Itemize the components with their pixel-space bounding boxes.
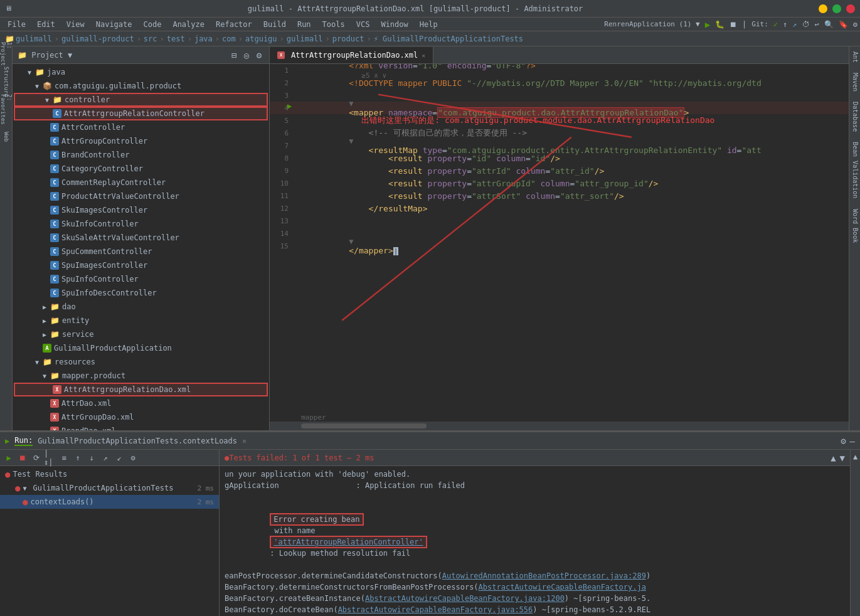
- tree-dao-folder[interactable]: ▶ 📁 dao: [13, 300, 269, 314]
- breadcrumb-com[interactable]: com: [222, 35, 236, 43]
- tree-controller-folder[interactable]: ▼ 📁 controller: [14, 93, 268, 107]
- menu-build[interactable]: Build: [258, 19, 291, 30]
- ant-label[interactable]: Ant: [849, 46, 860, 68]
- tree-item-spu-info-desc-ctrl[interactable]: C SpuInfoDescController: [13, 286, 269, 300]
- menu-vcs[interactable]: VCS: [351, 19, 375, 30]
- menu-code[interactable]: Code: [139, 19, 167, 30]
- tree-xml-attrgroup[interactable]: X AttrGroupDao.xml: [13, 410, 269, 424]
- expand-arrow-service[interactable]: ▶: [43, 331, 50, 338]
- rerun-btn[interactable]: ▶: [3, 452, 15, 464]
- breadcrumb-product2[interactable]: product: [332, 35, 364, 43]
- horizontal-scrollbar[interactable]: [270, 422, 849, 430]
- menu-navigate[interactable]: Navigate: [91, 19, 137, 30]
- tree-item-spu-info-ctrl[interactable]: C SpuInfoController: [13, 272, 269, 286]
- menu-edit[interactable]: Edit: [32, 19, 60, 30]
- menu-analyze[interactable]: Analyze: [167, 19, 210, 30]
- tree-item-attr-ctrl[interactable]: C AttrController: [13, 120, 269, 134]
- panel-minimize-icon[interactable]: —: [850, 436, 855, 446]
- tree-java-folder[interactable]: ▼ 📁 java: [13, 65, 269, 79]
- structure-icon[interactable]: Structure: [0, 74, 13, 89]
- menu-refactor[interactable]: Refactor: [211, 19, 257, 30]
- scrollbar-down-arrow[interactable]: ▼: [853, 613, 857, 616]
- bean-validation-label[interactable]: Bean Validation: [849, 137, 860, 203]
- breadcrumb-product[interactable]: gulimall-product: [61, 35, 134, 43]
- run-tab[interactable]: Run:: [14, 436, 33, 446]
- tree-service-folder[interactable]: ▶ 📁 service: [13, 327, 269, 341]
- run-btn[interactable]: ▶: [705, 19, 710, 29]
- scrollbar-thumb[interactable]: [301, 423, 427, 428]
- scroll-down-btn[interactable]: ▼: [840, 453, 845, 463]
- menu-view[interactable]: View: [61, 19, 90, 30]
- export-btn[interactable]: ↗: [99, 452, 112, 464]
- sort-desc-btn[interactable]: ↓: [85, 452, 98, 464]
- controller-link[interactable]: 'attrAttrgroupRelationController': [273, 538, 423, 546]
- tree-xml-brand[interactable]: X BrandDao.xml: [13, 424, 269, 430]
- tab-xml[interactable]: X AttrAttrgroupRelationDao.xml ✕: [270, 47, 433, 63]
- menu-file[interactable]: File: [3, 19, 31, 30]
- database-label[interactable]: Database: [849, 97, 860, 137]
- tree-item-attr-group-ctrl[interactable]: C AttrGroupController: [13, 134, 269, 148]
- toggle-btn2[interactable]: ≡: [58, 452, 70, 464]
- tree-item-brand-ctrl[interactable]: C BrandController: [13, 148, 269, 162]
- right-scrollbar[interactable]: ▲ ▼: [850, 450, 860, 616]
- import-btn[interactable]: ↙: [113, 452, 125, 464]
- tree-main-class[interactable]: A GulimallProductApplication: [13, 341, 269, 355]
- settings2-btn[interactable]: ⚙: [127, 452, 139, 464]
- test-method-item[interactable]: ● contextLoads() 2 ms: [0, 495, 219, 509]
- breadcrumb-src[interactable]: src: [144, 35, 157, 43]
- stop-btn[interactable]: ⏹: [730, 20, 737, 29]
- rerun-failed-btn[interactable]: ⟳: [30, 452, 43, 464]
- tree-item-spu-images-ctrl[interactable]: C SpuImagesController: [13, 258, 269, 272]
- log-link-1[interactable]: AutowiredAnnotationBeanPostProcessor.jav…: [442, 571, 646, 580]
- breadcrumb-gulimall2[interactable]: gulimall: [287, 35, 323, 43]
- test-suite-item[interactable]: ● ▼ GulimallProductApplicationTests 2 ms: [0, 481, 219, 495]
- gear-icon[interactable]: ⚙: [254, 50, 264, 60]
- breadcrumb-atguigu[interactable]: atguigu: [245, 35, 277, 43]
- expand-arrow-java[interactable]: ▼: [28, 69, 35, 76]
- collapse-all-btn[interactable]: ⊟: [229, 50, 239, 60]
- tree-item-product-attr-ctrl[interactable]: C ProductAttrValueController: [13, 189, 269, 203]
- tree-xml-attr[interactable]: X AttrDao.xml: [13, 396, 269, 410]
- debug-btn[interactable]: 🐛: [715, 20, 725, 29]
- expand-arrow-controller[interactable]: ▼: [45, 97, 53, 104]
- window-controls[interactable]: [819, 4, 855, 13]
- menu-window[interactable]: Window: [376, 19, 413, 30]
- maximize-btn[interactable]: [832, 4, 841, 13]
- word-book-label[interactable]: Word Book: [849, 204, 860, 248]
- locate-file-btn[interactable]: ◎: [242, 50, 252, 60]
- stop-test-btn[interactable]: ⏹: [16, 452, 29, 464]
- minimize-btn[interactable]: [819, 4, 827, 13]
- tree-item-comment-ctrl[interactable]: C CommentReplayController: [13, 176, 269, 189]
- tree-item-sku-images-ctrl[interactable]: C SkuImagesController: [13, 203, 269, 217]
- sort-btn[interactable]: ↑: [72, 452, 84, 464]
- panel-settings-icon[interactable]: ⚙: [841, 436, 846, 446]
- expand-arrow-resources[interactable]: ▼: [35, 359, 43, 366]
- sidebar-actions[interactable]: ⊟ ◎ ⚙: [229, 50, 264, 60]
- scrollbar-up-arrow[interactable]: ▲: [853, 452, 857, 461]
- test-results-header[interactable]: ● Test Results: [0, 467, 219, 481]
- expand-suite-arrow[interactable]: ▼: [23, 485, 30, 492]
- editor-content[interactable]: ▶ 1 <?xml version="1.0" encoding="UTF-8"…: [270, 64, 849, 430]
- tree-item-spu-comment-ctrl[interactable]: C SpuCommentController: [13, 245, 269, 258]
- breadcrumb-test[interactable]: test: [167, 35, 185, 43]
- log-link-3[interactable]: AbstractAutowireCapableBeanFactory.java:…: [365, 594, 565, 603]
- tree-item-sku-info-ctrl[interactable]: C SkuInfoController: [13, 217, 269, 231]
- expand-arrow-dao[interactable]: ▶: [43, 304, 50, 311]
- project-icon[interactable]: 1: Project: [0, 46, 13, 61]
- expand-arrow-package[interactable]: ▼: [35, 83, 43, 90]
- breadcrumb-java[interactable]: java: [194, 35, 213, 43]
- log-content[interactable]: un your application with 'debug' enabled…: [220, 466, 850, 616]
- log-link-2[interactable]: AbstractAutowireCapableBeanFactory.ja: [479, 583, 646, 592]
- tree-item-attr-attrgroup-ctrl[interactable]: C AttrAttrgroupRelationController: [14, 107, 268, 120]
- tree-entity-folder[interactable]: ▶ 📁 entity: [13, 314, 269, 327]
- tree-item-category-ctrl[interactable]: C CategoryController: [13, 162, 269, 176]
- maven-label[interactable]: Maven: [849, 68, 860, 97]
- close-run-tab-btn[interactable]: ✕: [242, 437, 247, 445]
- tree-package[interactable]: ▼ 📦 com.atguigu.gulimall.product: [13, 79, 269, 93]
- breadcrumb-gulimall[interactable]: gulimall: [16, 35, 52, 43]
- breadcrumb-tests[interactable]: ⚡ GulimallProductApplicationTests: [374, 35, 523, 43]
- tree-xml-attr-attrgroup[interactable]: X AttrAttrgroupRelationDao.xml: [14, 383, 268, 396]
- menu-run[interactable]: Run: [292, 19, 316, 30]
- scroll-up-btn[interactable]: ▲: [831, 453, 836, 463]
- tree-mapper-folder[interactable]: ▼ 📁 mapper.product: [13, 369, 269, 383]
